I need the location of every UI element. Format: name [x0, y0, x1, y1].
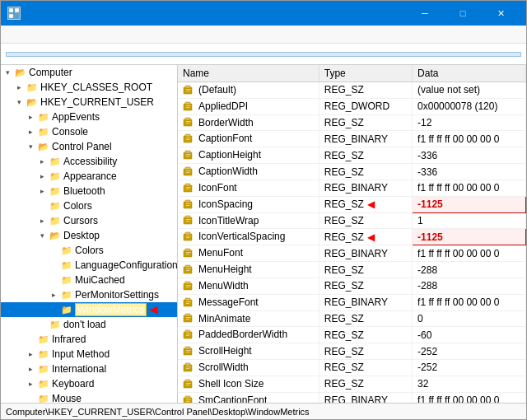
reg-entry-icon	[183, 362, 196, 374]
tree-item-languageconfiguration[interactable]: 📁LanguageConfiguration	[1, 258, 177, 273]
menu-view[interactable]	[27, 32, 40, 37]
tree-item-infrared[interactable]: 📁Infrared	[1, 332, 177, 347]
tree-label: Desktop	[63, 230, 100, 241]
table-row[interactable]: CaptionHeightREG_SZ-336	[178, 147, 526, 164]
table-row[interactable]: SmCaptionFontREG_BINARYf1 ff ff ff 00 00…	[178, 392, 526, 403]
table-row[interactable]: ScrollHeightREG_SZ-252	[178, 343, 526, 360]
maximize-button[interactable]: □	[444, 1, 482, 26]
tree-item-keyboard[interactable]: ▸📁Keyboard	[1, 376, 177, 391]
tree-item-appearance[interactable]: ▸📁Appearance	[1, 169, 177, 184]
table-row[interactable]: BorderWidthREG_SZ-12	[178, 114, 526, 131]
expand-btn[interactable]	[47, 303, 60, 316]
table-row[interactable]: CaptionFontREG_BINARYf1 ff ff ff 00 00 0…	[178, 131, 526, 147]
svg-rect-57	[185, 298, 190, 301]
table-row[interactable]: Shell Icon SizeREG_SZ32	[178, 376, 526, 392]
expand-btn[interactable]: ▸	[24, 348, 37, 361]
tree-item-mouse[interactable]: 📁Mouse	[1, 391, 177, 403]
svg-rect-82	[186, 399, 191, 400]
table-row[interactable]: ScrollWidthREG_SZ-252	[178, 360, 526, 376]
expand-btn[interactable]: ▸	[12, 81, 26, 94]
col-name[interactable]: Name	[178, 65, 319, 82]
folder-icon: 📁	[49, 319, 62, 330]
menu-edit[interactable]	[14, 32, 27, 37]
reg-entry-icon	[183, 150, 196, 161]
tree-item-control-panel[interactable]: ▾📂Control Panel	[1, 139, 177, 154]
svg-rect-37	[185, 216, 190, 218]
tree-label: Accessibility	[63, 156, 117, 167]
tree-item-computer[interactable]: ▾📂Computer	[1, 65, 177, 80]
tree-item-accessibility[interactable]: ▸📁Accessibility	[1, 154, 177, 169]
menu-favorites[interactable]	[40, 32, 54, 37]
tree-item-cursors[interactable]: ▸📁Cursors	[1, 213, 177, 228]
tree-item-input-method[interactable]: ▸📁Input Method	[1, 347, 177, 362]
reg-entry-icon	[183, 395, 196, 403]
tree-item-permonitorsettings[interactable]: ▸📁PerMonitorSettings	[1, 287, 177, 302]
expand-btn[interactable]	[47, 273, 60, 287]
table-row[interactable]: MessageFontREG_BINARYf1 ff ff ff 00 00 0…	[178, 294, 526, 310]
table-row[interactable]: IconFontREG_BINARYf1 ff ff ff 00 00 00 0	[178, 180, 526, 196]
expand-btn[interactable]: ▾	[24, 140, 37, 153]
tree-label: HKEY_CLASSES_ROOT	[40, 82, 152, 93]
reg-name: MinAnimate	[178, 310, 319, 327]
tree-item-desktop[interactable]: ▾📂Desktop	[1, 228, 177, 243]
expand-btn[interactable]	[24, 333, 37, 346]
table-row[interactable]: CaptionWidthREG_SZ-336	[178, 164, 526, 180]
tree-item-muicached[interactable]: 📁MuiCached	[1, 273, 177, 287]
table-row[interactable]: IconVerticalSpacingREG_SZ◀-1125	[178, 229, 526, 245]
tree-item-colors[interactable]: 📁Colors	[1, 198, 177, 213]
expand-btn[interactable]: ▸	[35, 155, 49, 168]
expand-btn[interactable]: ▸	[24, 110, 37, 124]
tree-item-hkey_current_user[interactable]: ▾📂HKEY_CURRENT_USER	[1, 95, 177, 110]
expand-btn[interactable]: ▸	[35, 170, 49, 183]
table-row[interactable]: PaddedBorderWidthREG_SZ-60	[178, 327, 526, 343]
expand-btn[interactable]	[35, 318, 49, 331]
table-row[interactable]: (Default)REG_SZ(value not set)	[178, 82, 526, 99]
tree-label: MuiCached	[75, 274, 125, 286]
table-row[interactable]: MenuWidthREG_SZ-288	[178, 278, 526, 294]
reg-data: -336	[413, 164, 526, 180]
col-type[interactable]: Type	[319, 65, 412, 82]
minimize-button[interactable]: ─	[406, 1, 444, 26]
close-button[interactable]: ✕	[482, 1, 520, 26]
address-input[interactable]	[6, 52, 521, 57]
registry-pane: Name Type Data (Default)REG_SZ(value not…	[178, 65, 526, 403]
expand-btn[interactable]: ▾	[12, 96, 26, 109]
table-row[interactable]: AppliedDPIREG_DWORD0x00000078 (120)	[178, 98, 526, 114]
expand-btn[interactable]: ▸	[24, 125, 37, 138]
expand-btn[interactable]	[47, 244, 60, 257]
table-row[interactable]: IconSpacingREG_SZ◀-1125	[178, 196, 526, 212]
content-area: ▾📂Computer▸📁HKEY_CLASSES_ROOT▾📂HKEY_CURR…	[1, 65, 526, 403]
reg-name: MessageFont	[178, 294, 319, 310]
expand-btn[interactable]: ▸	[24, 377, 37, 390]
expand-btn[interactable]: ▸	[35, 184, 49, 198]
table-row[interactable]: IconTitleWrapREG_SZ1	[178, 212, 526, 229]
expand-btn[interactable]: ▸	[35, 214, 49, 227]
expand-btn[interactable]: ▸	[47, 288, 60, 301]
expand-btn[interactable]: ▾	[1, 66, 14, 79]
expand-btn[interactable]	[35, 199, 49, 212]
svg-rect-74	[186, 366, 191, 367]
expand-btn[interactable]: ▾	[35, 229, 49, 242]
tree-item-bluetooth[interactable]: ▸📁Bluetooth	[1, 184, 177, 198]
folder-icon: 📁	[37, 393, 50, 403]
tree-item-windowmetrics[interactable]: 📁WindowMetrics◀	[1, 302, 177, 317]
tree-item-appevents[interactable]: ▸📁AppEvents	[1, 110, 177, 124]
col-data[interactable]: Data	[413, 65, 526, 82]
reg-data: 0x00000078 (120)	[413, 98, 526, 114]
tree-item-colors[interactable]: 📁Colors	[1, 243, 177, 258]
reg-type: REG_SZ	[319, 114, 412, 131]
menu-help[interactable]	[54, 32, 67, 37]
menu-file[interactable]	[1, 32, 14, 37]
table-row[interactable]: MenuFontREG_BINARYf1 ff ff ff 00 00 00 0	[178, 245, 526, 262]
tree-item-international[interactable]: ▸📁International	[1, 362, 177, 376]
table-row[interactable]: MenuHeightREG_SZ-288	[178, 262, 526, 278]
table-row[interactable]: MinAnimateREG_SZ0	[178, 310, 526, 327]
svg-rect-3	[15, 14, 19, 18]
expand-btn[interactable]	[24, 392, 37, 403]
tree-item-don't-load[interactable]: 📁don't load	[1, 317, 177, 332]
tree-item-console[interactable]: ▸📁Console	[1, 124, 177, 139]
expand-btn[interactable]: ▸	[24, 362, 37, 376]
tree-item-hkey_classes_root[interactable]: ▸📁HKEY_CLASSES_ROOT	[1, 80, 177, 95]
folder-icon: 📁	[60, 259, 73, 271]
expand-btn[interactable]	[47, 259, 60, 272]
